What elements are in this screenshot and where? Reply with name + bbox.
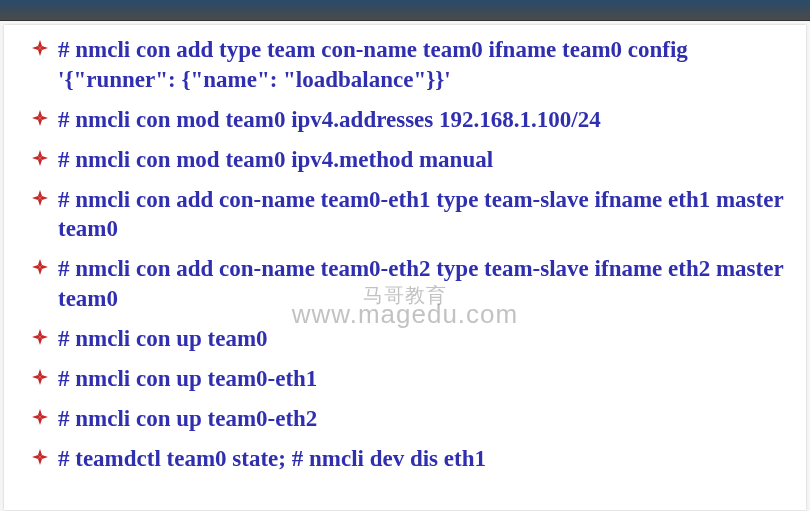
- command-text: # nmcli con add type team con-name team0…: [58, 37, 688, 92]
- list-item: # nmcli con up team0: [24, 324, 786, 354]
- list-item: # nmcli con add con-name team0-eth2 type…: [24, 254, 786, 314]
- diamond-bullet-icon: [32, 190, 48, 206]
- diamond-bullet-icon: [32, 40, 48, 56]
- diamond-bullet-icon: [32, 449, 48, 465]
- diamond-bullet-icon: [32, 110, 48, 126]
- command-text: # nmcli con up team0-eth2: [58, 406, 317, 431]
- command-text: # nmcli con add con-name team0-eth1 type…: [58, 187, 783, 242]
- diamond-bullet-icon: [32, 329, 48, 345]
- window-top-bar: [0, 0, 810, 21]
- diamond-bullet-icon: [32, 259, 48, 275]
- command-list: # nmcli con add type team con-name team0…: [24, 35, 786, 474]
- list-item: # teamdctl team0 state; # nmcli dev dis …: [24, 444, 786, 474]
- command-text: # teamdctl team0 state; # nmcli dev dis …: [58, 446, 486, 471]
- diamond-bullet-icon: [32, 150, 48, 166]
- list-item: # nmcli con up team0-eth2: [24, 404, 786, 434]
- command-text: # nmcli con add con-name team0-eth2 type…: [58, 256, 783, 311]
- command-text: # nmcli con up team0: [58, 326, 268, 351]
- diamond-bullet-icon: [32, 409, 48, 425]
- slide-content: # nmcli con add type team con-name team0…: [4, 25, 806, 510]
- list-item: # nmcli con up team0-eth1: [24, 364, 786, 394]
- command-text: # nmcli con up team0-eth1: [58, 366, 317, 391]
- list-item: # nmcli con mod team0 ipv4.addresses 192…: [24, 105, 786, 135]
- command-text: # nmcli con mod team0 ipv4.addresses 192…: [58, 107, 601, 132]
- list-item: # nmcli con add con-name team0-eth1 type…: [24, 185, 786, 245]
- list-item: # nmcli con mod team0 ipv4.method manual: [24, 145, 786, 175]
- diamond-bullet-icon: [32, 369, 48, 385]
- list-item: # nmcli con add type team con-name team0…: [24, 35, 786, 95]
- command-text: # nmcli con mod team0 ipv4.method manual: [58, 147, 493, 172]
